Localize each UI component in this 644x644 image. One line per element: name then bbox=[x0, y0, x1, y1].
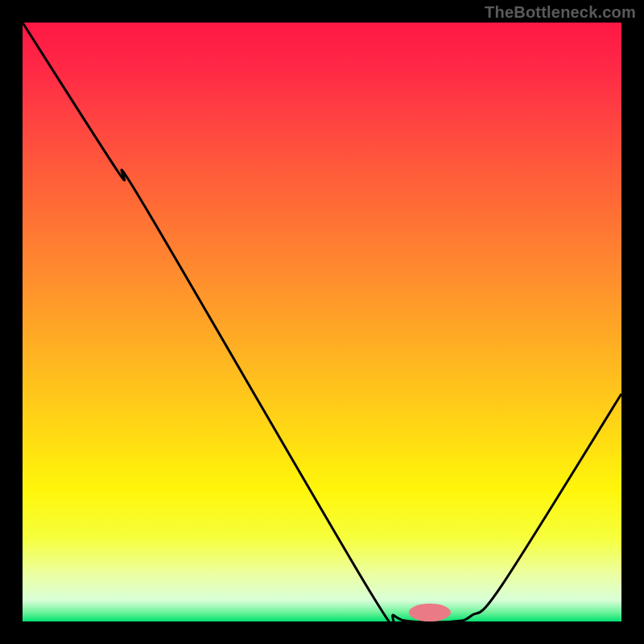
chart-svg bbox=[23, 23, 621, 621]
optimal-marker bbox=[409, 604, 451, 621]
gradient-background bbox=[23, 23, 621, 621]
watermark-text: TheBottleneck.com bbox=[485, 3, 636, 22]
chart-frame: { "watermark": "TheBottleneck.com", "col… bbox=[0, 0, 644, 644]
chart-plot-area bbox=[23, 23, 621, 621]
